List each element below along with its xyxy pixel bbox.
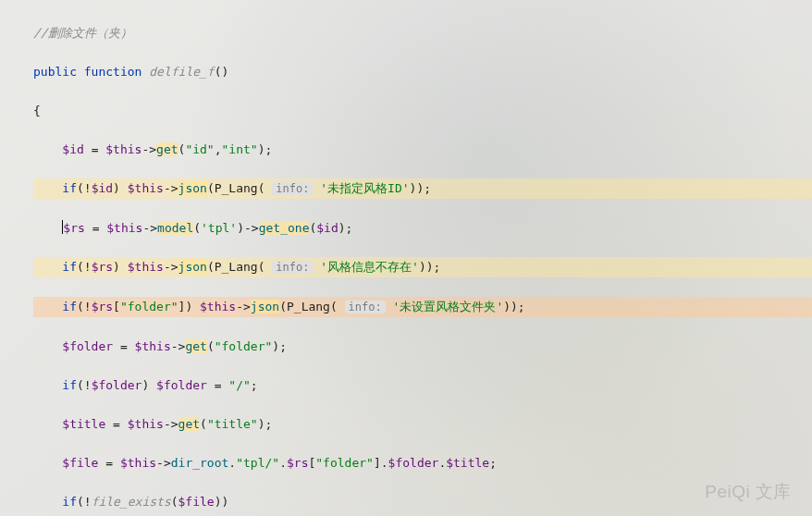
variable: $this — [200, 300, 236, 313]
variable: $this — [135, 339, 171, 353]
variable: $this — [120, 456, 156, 470]
keyword: public — [33, 65, 77, 79]
variable: $folder — [92, 378, 142, 392]
code-line: if(!file_exists($file)) — [33, 492, 812, 511]
string: "tpl/" — [236, 456, 279, 470]
code-line: $title = $this->get("title"); — [33, 414, 812, 434]
keyword: if — [62, 260, 77, 274]
keyword: function — [84, 65, 142, 79]
keyword: if — [62, 300, 77, 313]
code-line: $rs = $this->model('tpl')->get_one($id); — [33, 218, 812, 238]
code-line: if(!$rs) $this->json(P_Lang( info: '风格信息… — [33, 257, 812, 277]
method: get — [185, 339, 206, 353]
variable: $folder — [156, 378, 207, 392]
punct: () — [215, 65, 229, 79]
string: "int" — [222, 142, 258, 156]
variable: $rs — [92, 260, 113, 274]
keyword: if — [62, 495, 77, 509]
variable: $rs — [287, 456, 308, 470]
string: "id" — [185, 142, 214, 156]
keyword: if — [62, 181, 77, 195]
variable: $this — [128, 181, 164, 195]
param-hint: info: — [345, 301, 386, 313]
string: '未设置风格文件夹' — [393, 300, 504, 313]
variable: $folder — [388, 456, 439, 470]
variable: $rs — [63, 221, 84, 235]
string: '风格信息不存在' — [320, 260, 419, 274]
keyword: if — [62, 378, 77, 392]
code-line: { — [33, 101, 812, 120]
method: json — [178, 181, 207, 195]
function-call: P_Lang — [215, 260, 258, 274]
variable: $file — [178, 495, 215, 509]
code-line: public function delfile_f() — [33, 62, 812, 81]
variable: $folder — [62, 339, 113, 353]
method: get — [178, 417, 200, 431]
string: '未指定风格ID' — [320, 181, 409, 195]
code-line: //删除文件（夹） — [33, 23, 812, 43]
variable: $file — [62, 456, 98, 470]
function-call: P_Lang — [215, 181, 258, 195]
variable: $this — [105, 142, 141, 156]
brace: { — [33, 104, 41, 117]
code-line: if(!$folder) $folder = "/"; — [33, 375, 812, 395]
variable: $this — [128, 260, 164, 274]
string: "title" — [207, 417, 258, 431]
code-line: if(!$rs["folder"]) $this->json(P_Lang( i… — [33, 297, 812, 317]
function-name: delfile_f — [149, 65, 214, 79]
code-line: $folder = $this->get("folder"); — [33, 337, 812, 356]
method: model — [157, 221, 193, 235]
variable: $rs — [92, 300, 113, 313]
string: "folder" — [315, 456, 374, 470]
param-hint: info: — [272, 182, 313, 195]
method: json — [178, 260, 207, 274]
function-call: P_Lang — [287, 300, 330, 313]
function-call: file_exists — [92, 495, 171, 509]
method: json — [251, 300, 279, 313]
variable: $title — [446, 456, 489, 470]
string: "folder" — [120, 300, 178, 313]
code-block: //删除文件（夹） public function delfile_f() { … — [0, 0, 812, 516]
code-line: if(!$id) $this->json(P_Lang( info: '未指定风… — [33, 178, 812, 199]
variable: $id — [316, 221, 338, 235]
watermark-text: PeiQi 文库 — [705, 482, 792, 501]
code-line: $id = $this->get("id","int"); — [33, 140, 812, 159]
variable: $this — [106, 221, 142, 235]
property: dir_root — [171, 456, 229, 470]
variable: $this — [128, 417, 164, 431]
string: "folder" — [215, 339, 273, 353]
string: 'tpl' — [201, 221, 237, 235]
code-line: $file = $this->dir_root."tpl/".$rs["fold… — [33, 453, 812, 473]
param-hint: info: — [272, 261, 313, 274]
string: "/" — [228, 378, 250, 392]
method: get — [156, 142, 178, 156]
variable: $id — [92, 181, 113, 195]
method: get_one — [259, 221, 310, 235]
variable: $title — [62, 417, 105, 431]
variable: $id — [62, 142, 83, 156]
comment-text: //删除文件（夹） — [33, 26, 132, 40]
